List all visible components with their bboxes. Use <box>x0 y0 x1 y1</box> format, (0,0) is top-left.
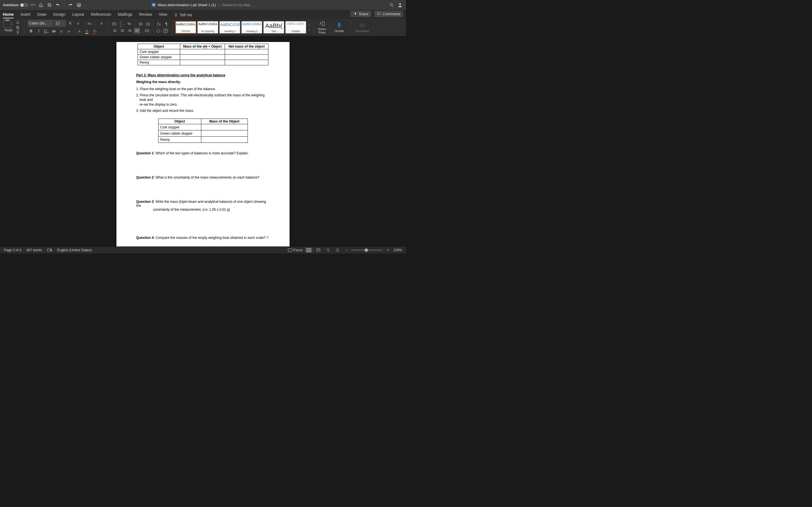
table-cell[interactable] <box>225 55 268 60</box>
tab-layout[interactable]: Layout <box>72 11 84 18</box>
table-row[interactable]: Penny <box>158 136 248 143</box>
view-web-icon[interactable] <box>315 247 322 252</box>
table-cell[interactable] <box>201 136 248 143</box>
superscript-button[interactable]: x2 <box>66 28 72 34</box>
tab-review[interactable]: Review <box>139 11 152 18</box>
paste-menu-icon[interactable]: ⌄ <box>12 22 14 25</box>
tab-view[interactable]: View <box>159 11 167 18</box>
account-icon[interactable] <box>397 2 403 8</box>
status-language[interactable]: English (United States) <box>57 248 92 252</box>
highlight-icon[interactable]: A⌄ <box>84 28 91 34</box>
tab-mailings[interactable]: Mailings <box>118 11 132 18</box>
step[interactable]: 2. Press the zero/tare button. This will… <box>136 93 270 107</box>
table-header[interactable]: Mass of the wb + Object <box>180 44 225 49</box>
style-tile-normal[interactable]: AaBbCcDdEeNormal <box>175 21 196 34</box>
table-header[interactable]: Object <box>138 44 180 49</box>
undo-menu-icon[interactable]: ⌄ <box>63 4 65 6</box>
table-cell[interactable] <box>201 130 248 136</box>
table-cell[interactable] <box>225 49 268 55</box>
decrease-font-icon[interactable]: Aˇ <box>75 20 82 26</box>
section-title[interactable]: Part 2: Mass determination using the ana… <box>136 73 270 77</box>
tab-insert[interactable]: Insert <box>20 11 31 18</box>
table-header[interactable]: Net mass of the object <box>225 44 268 49</box>
table-cell[interactable] <box>201 124 248 130</box>
clear-formatting-icon[interactable]: A⁄ <box>98 20 105 26</box>
gallery-scroll-left-icon[interactable]: ‹ <box>309 23 310 27</box>
sub-heading[interactable]: Weighing the mass directly: <box>136 80 270 84</box>
qat-menu-icon[interactable]: ⌄ <box>84 4 86 6</box>
decrease-indent-icon[interactable] <box>138 21 144 27</box>
table-cell[interactable] <box>180 60 225 65</box>
style-tile-heading-2[interactable]: AaBbCcDdEeHeading 2 <box>241 21 262 34</box>
dictate-menu-icon[interactable]: ⌄ <box>347 26 349 29</box>
focus-button[interactable]: Focus <box>288 248 303 252</box>
view-draft-icon[interactable] <box>334 247 341 252</box>
table-cell[interactable]: Penny <box>138 60 180 65</box>
dictate-button[interactable]: Dictate <box>333 22 346 33</box>
page[interactable]: Object Mass of the wb + Object Net mass … <box>116 42 290 246</box>
font-name-combo[interactable]: Calibri (Bo… ⌄ <box>28 20 53 27</box>
style-tile-title[interactable]: AaBb(Title <box>263 21 284 34</box>
table-cell[interactable]: Cork stopper <box>158 124 201 130</box>
align-right-icon[interactable] <box>126 28 133 34</box>
subscript-button[interactable]: x2 <box>58 28 65 34</box>
step[interactable]: 3. Add the object and record the mass. <box>136 108 270 113</box>
zoom-slider[interactable] <box>352 249 383 251</box>
table-cell[interactable]: Green rubber stopper <box>158 130 201 136</box>
tab-references[interactable]: References <box>91 11 111 18</box>
style-tile-no-spacing[interactable]: AaBbCcDdEeNo Spacing <box>197 21 218 34</box>
status-words[interactable]: 497 words <box>26 248 42 252</box>
align-justify-icon[interactable] <box>134 28 140 34</box>
line-spacing-icon[interactable]: ⌄ <box>145 28 151 34</box>
style-tile-subtitle[interactable]: AaBbCcDdEeSubtitle <box>285 21 306 34</box>
table-cell[interactable]: Cork stopper <box>138 49 180 55</box>
table-header[interactable]: Mass of the Object <box>201 119 248 124</box>
home-icon[interactable] <box>38 2 44 8</box>
table-wb[interactable]: Object Mass of the wb + Object Net mass … <box>138 44 268 65</box>
view-outline-icon[interactable] <box>324 247 331 252</box>
underline-button[interactable]: U ⌄ <box>43 28 50 34</box>
autosave-toggle[interactable]: AutoSave OFF <box>3 3 36 7</box>
table-row[interactable]: Penny <box>138 60 268 65</box>
font-size-combo[interactable]: 12 ⌄ <box>54 20 66 27</box>
font-color-icon[interactable]: A⌄ <box>92 28 99 34</box>
align-left-icon[interactable] <box>112 28 118 34</box>
question[interactable]: Question 4: Compare the masses of the em… <box>136 236 270 240</box>
toggle-switch[interactable] <box>20 3 29 7</box>
redo-icon[interactable] <box>67 2 73 8</box>
copy-icon[interactable] <box>15 25 20 30</box>
bullets-icon[interactable]: ⌄ <box>112 21 118 27</box>
cut-icon[interactable] <box>15 20 20 24</box>
zoom-level[interactable]: 104% <box>393 248 402 252</box>
table-mass[interactable]: Object Mass of the Object Cork stopper G… <box>158 119 248 143</box>
shading-icon[interactable]: ⌄ <box>156 28 162 34</box>
document-area[interactable]: Object Mass of the wb + Object Net mass … <box>0 36 406 246</box>
table-cell[interactable] <box>180 55 225 60</box>
increase-indent-icon[interactable] <box>145 21 151 27</box>
table-row[interactable]: Cork stopper <box>138 49 268 55</box>
zoom-in-button[interactable]: + <box>386 248 391 252</box>
strike-button[interactable]: ab <box>50 28 57 34</box>
tab-home[interactable]: Home <box>3 11 14 18</box>
view-print-icon[interactable] <box>305 247 312 252</box>
increase-font-icon[interactable]: Aˆ <box>67 20 74 26</box>
multilevel-list-icon[interactable]: ⌄ <box>126 21 133 27</box>
table-cell[interactable]: Green rubber stopper <box>138 55 180 60</box>
text-effects-icon[interactable]: A⌄ <box>77 28 84 34</box>
status-page[interactable]: Page 3 of 4 <box>4 248 21 252</box>
sort-icon[interactable]: AZ <box>156 21 162 27</box>
step[interactable]: 1. Place the weighing boat on the pan of… <box>136 87 270 91</box>
save-icon[interactable] <box>46 2 52 8</box>
styles-pane-button[interactable]: A Styles Pane <box>316 20 328 34</box>
table-row[interactable]: Cork stopper <box>158 124 248 130</box>
share-button[interactable]: Share <box>350 11 371 17</box>
search-icon[interactable] <box>389 2 395 8</box>
change-case-icon[interactable]: Aa ⌄ <box>87 20 93 26</box>
table-cell[interactable] <box>225 60 268 65</box>
table-cell[interactable] <box>180 49 225 55</box>
question[interactable]: Question 1: Which of the two types of ba… <box>136 151 270 155</box>
table-header[interactable]: Object <box>158 119 201 124</box>
tab-draw[interactable]: Draw <box>37 11 47 18</box>
table-row[interactable]: Green rubber stopper <box>158 130 248 136</box>
spelling-status-icon[interactable] <box>47 248 52 252</box>
